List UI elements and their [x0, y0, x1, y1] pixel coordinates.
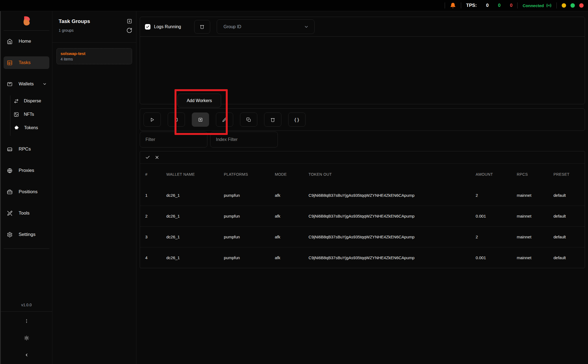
trash-icon: [270, 117, 275, 122]
cell-mode[interactable]: afk: [275, 206, 308, 227]
collapse-sidebar-button[interactable]: [21, 349, 32, 360]
cell-rpcs[interactable]: mainnet: [516, 206, 553, 227]
sidebar-item-label: Proxies: [19, 168, 34, 173]
cell-platforms[interactable]: pumpfun: [224, 227, 275, 247]
group-card-solswap-test[interactable]: solswap-test 4 items: [56, 48, 132, 64]
cell-index[interactable]: 1: [140, 185, 166, 206]
delete-workers-button[interactable]: [264, 112, 281, 127]
cell-preset[interactable]: default: [553, 206, 585, 227]
clear-logs-button[interactable]: [194, 20, 210, 34]
sidebar-item-settings[interactable]: Settings: [4, 228, 49, 241]
col-header-amount: AMOUNT: [475, 164, 516, 185]
cell-rpcs[interactable]: mainnet: [516, 247, 553, 268]
cell-amount[interactable]: 2: [475, 185, 516, 206]
maximize-light-button[interactable]: [570, 3, 575, 8]
duplicate-workers-button[interactable]: [240, 112, 257, 127]
cell-index[interactable]: 2: [140, 206, 166, 227]
add-workers-button[interactable]: [192, 112, 209, 127]
sidebar-item-disperse[interactable]: Disperse: [10, 96, 49, 106]
group-items-count: 4 items: [61, 57, 128, 61]
wallet-icon: [7, 81, 13, 87]
group-id-select[interactable]: Group ID: [217, 19, 315, 34]
sidebar-item-nfts[interactable]: NFTs: [10, 109, 49, 120]
logs-controls-bar: Logs Running Group ID: [140, 17, 585, 37]
tps-success: 0: [498, 3, 501, 8]
start-workers-button[interactable]: [144, 112, 161, 127]
sidebar-item-label: Wallets: [19, 81, 34, 87]
col-header-index: #: [140, 164, 166, 185]
cell-rpcs[interactable]: mainnet: [516, 185, 553, 206]
close-light-button[interactable]: [579, 3, 584, 8]
group-count: 1 groups: [59, 28, 90, 33]
edit-json-button[interactable]: {}: [288, 112, 306, 127]
cell-platforms[interactable]: pumpfun: [224, 247, 275, 268]
deselect-all-button[interactable]: [155, 155, 159, 160]
cell-token-out[interactable]: C9jNi6B8qB37sBuYjgAs935tqqWZYNHE4ZkEN6CA…: [308, 247, 475, 268]
sidebar-item-home[interactable]: Home: [4, 35, 49, 48]
cell-amount[interactable]: 0.001: [475, 247, 516, 268]
table-icon: [7, 60, 13, 66]
cell-rpcs[interactable]: mainnet: [516, 227, 553, 247]
gear-icon: [7, 232, 13, 238]
cell-wallet-name[interactable]: dc26_1: [166, 247, 224, 268]
sidebar-item-tasks[interactable]: Tasks: [4, 56, 49, 69]
workers-table: # WALLET NAME PLATFORMS MODE TOKEN OUT A…: [140, 164, 585, 268]
cell-amount[interactable]: 2: [475, 227, 516, 247]
cell-platforms[interactable]: pumpfun: [224, 185, 275, 206]
cell-index[interactable]: 3: [140, 227, 166, 247]
divider: [461, 2, 461, 8]
stop-square-icon: [174, 117, 179, 122]
stop-workers-button[interactable]: [168, 112, 185, 127]
cell-token-out[interactable]: C9jNi6B8qB37sBuYjgAs935tqqWZYNHE4ZkEN6CA…: [308, 227, 475, 247]
cell-mode[interactable]: afk: [275, 227, 308, 247]
select-all-button[interactable]: [145, 155, 150, 160]
edit-workers-button[interactable]: [216, 112, 233, 127]
col-header-mode: MODE: [275, 164, 308, 185]
cell-index[interactable]: 4: [140, 247, 166, 268]
cell-preset[interactable]: default: [553, 227, 585, 247]
sidebar-item-tools[interactable]: Tools: [4, 207, 49, 219]
cell-preset[interactable]: default: [553, 247, 585, 268]
logs-running-label: Logs Running: [154, 24, 181, 29]
topbar: TPS: 0 0 0 Connected: [0, 0, 588, 11]
cell-mode[interactable]: afk: [275, 185, 308, 206]
sidebar-item-proxies[interactable]: Proxies: [4, 164, 49, 177]
sidebar-item-rpcs[interactable]: RPCs: [4, 143, 49, 155]
app-logo: [1, 11, 52, 27]
table-row[interactable]: 1 dc26_1 pumpfun afk C9jNi6B8qB37sBuYjgA…: [140, 185, 585, 206]
sidebar-item-label: Tokens: [24, 125, 38, 130]
chevron-left-icon: [24, 353, 29, 357]
sidebar-item-wallets[interactable]: Wallets: [4, 78, 49, 90]
table-row[interactable]: 2 dc26_1 pumpfun afk C9jNi6B8qB37sBuYjgA…: [140, 206, 585, 227]
cell-token-out[interactable]: C9jNi6B8qB37sBuYjgAs935tqqWZYNHE4ZkEN6CA…: [308, 206, 475, 227]
cell-wallet-name[interactable]: dc26_1: [166, 206, 224, 227]
index-filter-input[interactable]: [210, 132, 278, 148]
cell-platforms[interactable]: pumpfun: [224, 206, 275, 227]
cell-wallet-name[interactable]: dc26_1: [166, 227, 224, 247]
add-group-button[interactable]: [127, 18, 132, 24]
dots-vertical-icon: [24, 319, 29, 323]
filter-input[interactable]: [140, 132, 207, 148]
sidebar-item-positions[interactable]: Positions: [4, 186, 49, 198]
table-row[interactable]: 4 dc26_1 pumpfun afk C9jNi6B8qB37sBuYjgA…: [140, 247, 585, 268]
cell-wallet-name[interactable]: dc26_1: [166, 185, 224, 206]
cell-token-out[interactable]: C9jNi6B8qB37sBuYjgAs935tqqWZYNHE4ZkEN6CA…: [308, 185, 475, 206]
divider: [4, 249, 49, 249]
play-icon: [150, 117, 155, 122]
cell-mode[interactable]: afk: [275, 247, 308, 268]
cell-amount[interactable]: 0.001: [475, 206, 516, 227]
table-row[interactable]: 3 dc26_1 pumpfun afk C9jNi6B8qB37sBuYjgA…: [140, 227, 585, 247]
sidebar: Home Tasks Walle: [1, 11, 52, 364]
notifications-button[interactable]: [450, 2, 456, 8]
theme-toggle-button[interactable]: [21, 333, 32, 343]
tps-failed: 0: [510, 3, 512, 8]
refresh-icon: [126, 27, 132, 33]
sidebar-footer: [1, 311, 52, 364]
chevron-down-icon: [304, 24, 309, 29]
sidebar-item-tokens[interactable]: Tokens: [10, 122, 49, 133]
cell-preset[interactable]: default: [553, 185, 585, 206]
logs-running-checkbox[interactable]: [145, 24, 150, 30]
minimize-light-button[interactable]: [562, 3, 566, 8]
overflow-menu-button[interactable]: [21, 316, 32, 327]
refresh-groups-button[interactable]: [126, 27, 132, 33]
